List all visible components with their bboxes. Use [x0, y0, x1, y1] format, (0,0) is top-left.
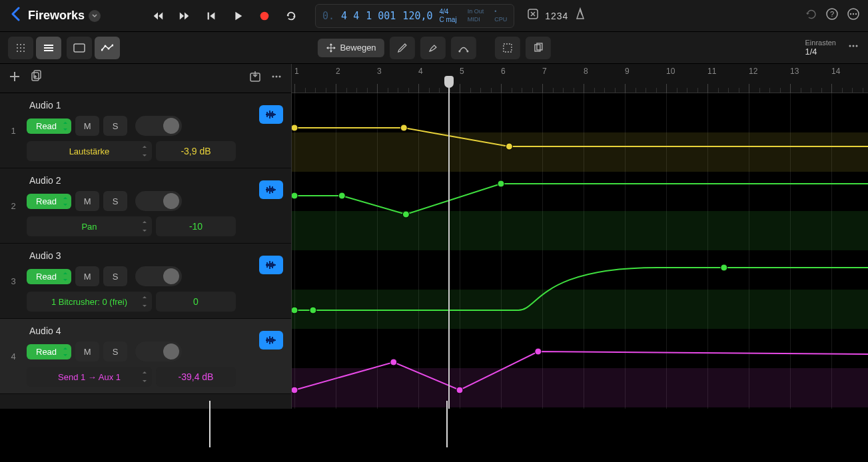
- lcd-signature: 4/4: [440, 8, 457, 16]
- track-header[interactable]: 4 Audio 4 Read M S Send 1 → Aux 1 -39,4 …: [0, 319, 291, 394]
- ruler-bar-number: 2: [336, 67, 340, 76]
- automation-mode-button[interactable]: Read: [27, 344, 71, 359]
- lcd-display[interactable]: 0. 4 4 1 001 120,0 4/4 C maj In Out MIDI…: [315, 4, 514, 28]
- mute-button[interactable]: M: [75, 266, 99, 286]
- parameter-select[interactable]: Pan: [27, 216, 152, 236]
- svg-rect-19: [44, 45, 53, 46]
- lcd-in-out: In Out: [468, 8, 484, 16]
- lcd-tempo: 120,0: [402, 10, 432, 22]
- automation-point[interactable]: [292, 307, 298, 314]
- curve-tool-button[interactable]: [451, 37, 476, 59]
- project-title[interactable]: Fireworks: [28, 9, 101, 23]
- ruler-bar-number: 10: [666, 67, 675, 76]
- automation-lane[interactable]: [292, 93, 868, 172]
- track-header[interactable]: 3 Audio 3 Read M S 1 Bitcrusher: 0 (frei…: [0, 244, 291, 319]
- rewind-button[interactable]: [146, 4, 170, 28]
- grid-view-button[interactable]: [8, 37, 33, 59]
- ruler[interactable]: 1234567891011121314: [292, 64, 868, 93]
- automation-point[interactable]: [498, 180, 504, 187]
- copy-tool-button[interactable]: [526, 37, 551, 59]
- region-mode-group: [67, 37, 120, 59]
- automation-lane[interactable]: [292, 329, 868, 407]
- automation-point[interactable]: [292, 124, 298, 131]
- volume-knob[interactable]: [135, 266, 182, 286]
- solo-button[interactable]: S: [103, 191, 127, 211]
- track-options-button[interactable]: [270, 70, 283, 87]
- automation-point[interactable]: [310, 307, 316, 314]
- automation-mode-button[interactable]: Read: [27, 118, 71, 134]
- solo-button[interactable]: S: [103, 266, 127, 286]
- lcd-beats: 1 001: [366, 10, 396, 22]
- more-button[interactable]: [847, 7, 860, 24]
- lcd-key: C maj: [440, 16, 457, 24]
- marquee-tool-button[interactable]: [495, 37, 520, 59]
- mute-button[interactable]: M: [75, 116, 99, 136]
- mute-button[interactable]: M: [75, 191, 99, 211]
- mute-button[interactable]: M: [75, 342, 99, 361]
- import-button[interactable]: [248, 70, 262, 87]
- automation-point[interactable]: [721, 264, 727, 271]
- automation-point[interactable]: [506, 143, 512, 150]
- record-button[interactable]: [252, 4, 276, 28]
- back-button[interactable]: [8, 7, 23, 25]
- bottom-bar: [0, 409, 868, 462]
- parameter-value[interactable]: 0: [156, 292, 236, 312]
- volume-knob[interactable]: [135, 116, 182, 136]
- automation-point[interactable]: [456, 387, 463, 393]
- parameter-value[interactable]: -39,4 dB: [156, 367, 236, 387]
- automation-mode-button[interactable]: Read: [27, 194, 71, 209]
- automation-lane[interactable]: [292, 172, 868, 250]
- automation-mode-button[interactable]: Read: [27, 269, 71, 284]
- lcd-cpu-block: • CPU: [494, 8, 507, 23]
- add-track-button[interactable]: [8, 70, 21, 87]
- automation-point[interactable]: [535, 348, 542, 355]
- automation-point[interactable]: [292, 192, 298, 199]
- forward-button[interactable]: [173, 4, 197, 28]
- automation-lane[interactable]: [292, 250, 868, 329]
- solo-button[interactable]: S: [103, 342, 127, 361]
- brush-tool-button[interactable]: [420, 37, 446, 59]
- track-header[interactable]: 1 Audio 1 Read M S Lautstärke -3,9 dB: [0, 93, 291, 168]
- play-button[interactable]: [226, 4, 250, 28]
- pencil-tool-button[interactable]: [390, 37, 415, 59]
- parameter-value[interactable]: -3,9 dB: [156, 141, 236, 161]
- snap-settings[interactable]: Einrasten 1/4: [805, 39, 836, 57]
- volume-knob[interactable]: [135, 191, 182, 211]
- ruler-bar-number: 6: [501, 67, 506, 76]
- parameter-select[interactable]: 1 Bitcrusher: 0 (frei): [27, 292, 152, 312]
- move-tool-button[interactable]: Bewegen: [317, 39, 384, 57]
- list-view-button[interactable]: [36, 37, 61, 59]
- svg-rect-31: [504, 44, 512, 52]
- help-button[interactable]: ?: [825, 7, 839, 24]
- go-to-start-button[interactable]: [199, 4, 223, 28]
- duplicate-track-button[interactable]: [29, 70, 43, 87]
- parameter-select[interactable]: Send 1 → Aux 1: [27, 367, 152, 387]
- timeline[interactable]: 1234567891011121314: [292, 64, 868, 409]
- waveform-icon[interactable]: [259, 105, 283, 124]
- cycle-button[interactable]: [279, 4, 303, 28]
- parameter-value[interactable]: -10: [156, 216, 236, 236]
- automation-point[interactable]: [400, 124, 407, 131]
- waveform-icon[interactable]: [259, 256, 283, 274]
- automation-point[interactable]: [292, 387, 298, 393]
- metronome-button[interactable]: [574, 7, 587, 24]
- undo-button[interactable]: [804, 7, 817, 24]
- waveform-icon[interactable]: [259, 180, 283, 199]
- volume-knob[interactable]: [135, 342, 182, 361]
- automation-point[interactable]: [338, 192, 345, 199]
- chevron-down-icon: [89, 10, 101, 22]
- counter-display[interactable]: 1234: [545, 11, 568, 21]
- automation-view-button[interactable]: [95, 37, 120, 59]
- toolbar-more-button[interactable]: [847, 39, 860, 56]
- marker-button[interactable]: [526, 7, 540, 24]
- track-header[interactable]: 2 Audio 2 Read M S Pan -10: [0, 168, 291, 244]
- waveform-icon[interactable]: [259, 331, 283, 349]
- track-header-column: 1 Audio 1 Read M S Lautstärke -3,9 dB 2 …: [0, 64, 292, 409]
- automation-point[interactable]: [402, 211, 409, 218]
- region-view-button[interactable]: [67, 37, 92, 59]
- automation-point[interactable]: [390, 359, 397, 365]
- playhead[interactable]: [448, 76, 450, 409]
- svg-rect-20: [44, 47, 53, 49]
- parameter-select[interactable]: Lautstärke: [27, 141, 152, 161]
- solo-button[interactable]: S: [103, 116, 127, 136]
